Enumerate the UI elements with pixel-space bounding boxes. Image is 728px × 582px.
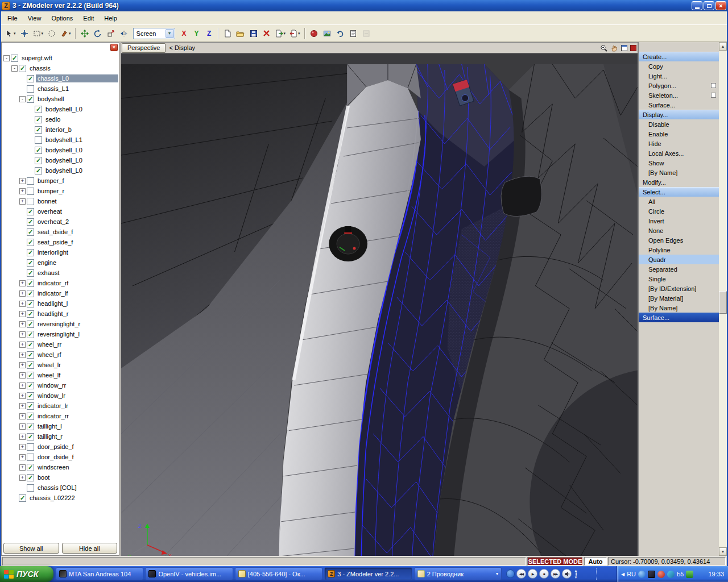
slider-down-icon[interactable]: ▼ bbox=[574, 576, 578, 579]
texture-browser-button[interactable] bbox=[321, 27, 333, 40]
expand-plus-icon[interactable]: + bbox=[19, 475, 26, 481]
tree-item-reversinglight-l[interactable]: +✓reversinglight_l bbox=[2, 329, 118, 339]
visibility-checkbox[interactable]: ✓ bbox=[27, 402, 34, 410]
expand-plus-icon[interactable]: + bbox=[19, 352, 26, 358]
command-select[interactable]: Select... bbox=[639, 187, 719, 197]
taskbar-item-mta-san-andreas-104[interactable]: MTA San Andreas 104 bbox=[56, 567, 143, 580]
expand-plus-icon[interactable]: + bbox=[19, 311, 26, 317]
undo-button[interactable] bbox=[334, 27, 346, 40]
perspective-view-button[interactable]: Perspective bbox=[122, 43, 166, 53]
command-by-id-extension[interactable]: [By ID/Extension] bbox=[639, 284, 719, 293]
scrollbar-thumb[interactable] bbox=[719, 291, 727, 314]
menu-file[interactable]: File bbox=[2, 13, 23, 23]
tree-item-indicator-lr[interactable]: +✓indicator_lr bbox=[2, 401, 118, 411]
visibility-checkbox[interactable]: ✓ bbox=[27, 413, 34, 420]
command-checkbox[interactable] bbox=[711, 93, 716, 98]
material-editor-button[interactable] bbox=[308, 27, 320, 40]
volume-icon[interactable] bbox=[562, 569, 572, 579]
language-indicator[interactable]: RU bbox=[627, 571, 636, 577]
visibility-checkbox[interactable] bbox=[27, 454, 34, 461]
visibility-checkbox[interactable]: ✓ bbox=[27, 239, 34, 246]
save-file-button[interactable] bbox=[247, 27, 260, 40]
log-window-button[interactable] bbox=[347, 27, 359, 40]
command-none[interactable]: None bbox=[639, 226, 719, 235]
expand-plus-icon[interactable]: + bbox=[19, 321, 26, 327]
command-open-edges[interactable]: Open Edges bbox=[639, 235, 719, 245]
visibility-checkbox[interactable]: ✓ bbox=[11, 55, 18, 62]
visibility-checkbox[interactable] bbox=[35, 136, 42, 144]
tray-icon-player[interactable] bbox=[638, 571, 646, 578]
expand-plus-icon[interactable]: + bbox=[19, 444, 26, 450]
visibility-checkbox[interactable]: ✓ bbox=[27, 218, 34, 226]
command-by-name[interactable]: [By Name] bbox=[639, 168, 719, 177]
expand-plus-icon[interactable]: + bbox=[19, 331, 26, 338]
visibility-checkbox[interactable]: ✓ bbox=[27, 269, 34, 277]
command-disable[interactable]: Disable bbox=[639, 119, 719, 129]
visibility-checkbox[interactable]: ✓ bbox=[27, 423, 34, 430]
command-modify[interactable]: Modify... bbox=[639, 177, 719, 187]
axis-x-button[interactable]: X bbox=[178, 27, 191, 40]
tree-item-bonnet[interactable]: +bonnet bbox=[2, 196, 118, 206]
tray-icon-shield[interactable] bbox=[686, 571, 693, 578]
expand-plus-icon[interactable]: + bbox=[19, 301, 26, 307]
visibility-checkbox[interactable] bbox=[27, 484, 34, 492]
visibility-checkbox[interactable]: ✓ bbox=[27, 228, 34, 236]
tree-item-headlight-r[interactable]: +✓headlight_r bbox=[2, 309, 118, 319]
tree-item-chassis-l0[interactable]: ✓chassis_L0 bbox=[2, 73, 118, 84]
visibility-checkbox[interactable]: ✓ bbox=[27, 361, 34, 369]
tree-item-indicator-rf[interactable]: +✓indicator_rf bbox=[2, 278, 118, 288]
visibility-checkbox[interactable]: ✓ bbox=[27, 382, 34, 389]
visibility-checkbox[interactable]: ✓ bbox=[19, 65, 26, 72]
expand-plus-icon[interactable]: + bbox=[19, 434, 26, 440]
visibility-checkbox[interactable]: ✓ bbox=[35, 106, 42, 113]
visibility-checkbox[interactable] bbox=[27, 85, 34, 93]
tree-item-door-pside-f[interactable]: +door_pside_f bbox=[2, 442, 118, 452]
visibility-checkbox[interactable]: ✓ bbox=[27, 464, 34, 471]
command-quadr[interactable]: Quadr bbox=[639, 255, 719, 264]
expand-plus-icon[interactable]: + bbox=[19, 464, 26, 471]
visibility-checkbox[interactable]: ✓ bbox=[27, 208, 34, 215]
open-file-button[interactable] bbox=[234, 27, 247, 40]
visibility-checkbox[interactable]: ✓ bbox=[27, 351, 34, 359]
visibility-checkbox[interactable]: ✓ bbox=[27, 331, 34, 338]
command-display[interactable]: Display... bbox=[639, 110, 719, 119]
command-circle[interactable]: Circle bbox=[639, 206, 719, 216]
visibility-checkbox[interactable] bbox=[27, 198, 34, 205]
paint-select-tool-button[interactable]: ▾ bbox=[59, 27, 73, 40]
tree-item-door-dside-f[interactable]: +door_dside_f bbox=[2, 452, 118, 462]
command-skeleton[interactable]: Skeleton... bbox=[639, 90, 719, 100]
command-invert[interactable]: Invert bbox=[639, 216, 719, 226]
tree-item-chassis[interactable]: -✓chassis bbox=[2, 63, 118, 73]
collapse-minus-icon[interactable]: - bbox=[3, 55, 10, 61]
media-play-button[interactable]: ▶ bbox=[528, 569, 537, 579]
taskbar-item-openiv-vehicles-im[interactable]: OpenIV - vehicles.im... bbox=[145, 567, 233, 580]
visibility-checkbox[interactable] bbox=[27, 188, 34, 195]
viewport-close-icon[interactable] bbox=[630, 45, 636, 51]
visibility-checkbox[interactable]: ✓ bbox=[27, 249, 34, 256]
scroll-up-icon[interactable]: ▲ bbox=[719, 42, 727, 51]
mirror-tool-button[interactable] bbox=[118, 27, 130, 40]
tree-item-bumper-f[interactable]: +bumper_f bbox=[2, 176, 118, 186]
command-single[interactable]: Single bbox=[639, 274, 719, 284]
delete-button[interactable] bbox=[260, 27, 273, 40]
import-button[interactable]: ▾ bbox=[288, 27, 302, 40]
zoom-icon[interactable] bbox=[599, 44, 608, 52]
media-player-icon[interactable] bbox=[506, 569, 515, 578]
tree-item-seat-dside-f[interactable]: ✓seat_dside_f bbox=[2, 227, 118, 237]
visibility-checkbox[interactable]: ✓ bbox=[27, 433, 34, 440]
command-separated[interactable]: Separated bbox=[639, 264, 719, 274]
minimize-button[interactable] bbox=[692, 1, 702, 10]
auto-mode-badge[interactable]: Auto bbox=[584, 557, 607, 566]
tree-item-chassis-l1[interactable]: chassis_L1 bbox=[2, 84, 118, 94]
tree-item-wheel-lr[interactable]: +✓wheel_lr bbox=[2, 360, 118, 370]
visibility-checkbox[interactable]: ✓ bbox=[35, 157, 42, 164]
visibility-checkbox[interactable]: ✓ bbox=[19, 494, 26, 502]
taskbar-item-2[interactable]: 2 Проводник▾ bbox=[414, 567, 502, 580]
command-by-name[interactable]: [By Name] bbox=[639, 303, 719, 313]
command-copy[interactable]: Copy bbox=[639, 61, 719, 71]
screen-dropdown[interactable]: Screen ▼ bbox=[133, 28, 175, 39]
quad-select-tool-button[interactable]: ▾ bbox=[31, 27, 46, 40]
visibility-checkbox[interactable]: ✓ bbox=[35, 126, 42, 134]
tree-item-taillight-r[interactable]: +✓taillight_r bbox=[2, 431, 118, 442]
media-prev-button[interactable]: ◀◀ bbox=[516, 569, 526, 579]
